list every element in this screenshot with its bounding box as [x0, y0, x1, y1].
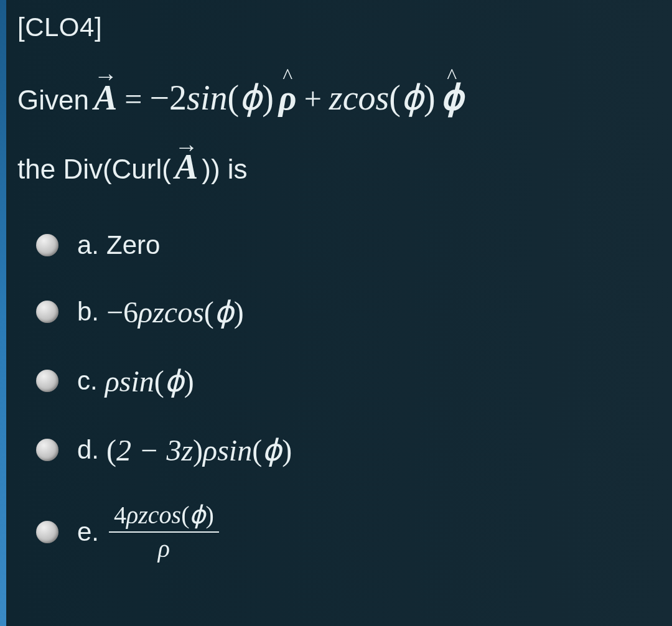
options-list: a. Zero b. −6ρzcos(ϕ) c. ρsin(ϕ) d. (2 −… — [36, 230, 653, 563]
arg: ϕ — [401, 78, 424, 117]
option-d[interactable]: d. (2 − 3z)ρsin(ϕ) — [36, 432, 653, 467]
vars: ρz — [126, 501, 148, 529]
option-letter: c. — [77, 366, 98, 396]
vector-arrow-icon: → — [94, 60, 118, 93]
radio-icon[interactable] — [36, 370, 58, 392]
var: z — [329, 78, 343, 117]
radio-icon[interactable] — [36, 521, 58, 543]
arg: ϕ — [189, 501, 205, 529]
vector-a: → A — [94, 73, 117, 122]
equals-sign: = — [124, 77, 142, 121]
radio-icon[interactable] — [36, 439, 58, 461]
coef: −6 — [106, 295, 138, 329]
hat-icon: ^ — [447, 61, 457, 91]
paren-inner: 2 − 3z — [116, 433, 193, 467]
radio-icon[interactable] — [36, 301, 58, 323]
phi-hat: ^ ϕ — [441, 73, 464, 122]
option-letter: a. — [77, 230, 99, 260]
fraction: 4ρzcos(ϕ) ρ — [109, 502, 219, 563]
question-line-2: the Div(Curl( → A )) is — [17, 147, 653, 187]
arg: ϕ — [164, 363, 184, 398]
term2: zcos(ϕ) — [329, 73, 436, 122]
option-c[interactable]: c. ρsin(ϕ) — [36, 363, 653, 398]
term1: −2sin(ϕ) — [150, 73, 274, 122]
option-letter: d. — [77, 435, 99, 465]
divcurl-prefix: the Div(Curl( — [17, 154, 171, 185]
option-letter: e. — [77, 517, 99, 547]
vars: ρ — [105, 364, 119, 398]
arg: ϕ — [239, 78, 262, 117]
question-line-1: Given → A = −2sin(ϕ) ^ ρ + zcos(ϕ) ^ ϕ — [17, 73, 653, 122]
option-e[interactable]: e. 4ρzcos(ϕ) ρ — [36, 502, 653, 563]
func: sin — [217, 433, 252, 467]
arg: ϕ — [214, 294, 234, 329]
func: cos — [148, 501, 181, 529]
given-text: Given — [17, 81, 89, 119]
vars: ρz — [138, 295, 164, 329]
option-label: d. (2 − 3z)ρsin(ϕ) — [77, 432, 292, 467]
hat-icon: ^ — [282, 61, 292, 91]
option-label: b. −6ρzcos(ϕ) — [77, 294, 244, 329]
vars: ρ — [203, 433, 217, 467]
option-text: Zero — [106, 230, 160, 260]
denominator: ρ — [158, 533, 170, 563]
option-math: −6ρzcos(ϕ) — [106, 294, 244, 329]
question-tag: [CLO4] — [17, 12, 653, 42]
vector-a-2: → A — [175, 147, 198, 187]
vector-arrow-icon: → — [175, 133, 198, 161]
option-label: c. ρsin(ϕ) — [77, 363, 194, 398]
option-math: (2 − 3z)ρsin(ϕ) — [106, 432, 292, 467]
radio-icon[interactable] — [36, 234, 58, 256]
rho-hat: ^ ρ — [279, 73, 297, 122]
option-b[interactable]: b. −6ρzcos(ϕ) — [36, 294, 653, 329]
func: cos — [343, 78, 390, 117]
coef: −2 — [150, 78, 187, 117]
func: sin — [119, 364, 154, 398]
option-math: ρsin(ϕ) — [105, 363, 194, 398]
option-label: a. Zero — [77, 230, 160, 260]
arg: ϕ — [262, 432, 282, 467]
divcurl-suffix: )) is — [202, 154, 247, 185]
option-label: e. 4ρzcos(ϕ) ρ — [77, 502, 219, 563]
numerator: 4ρzcos(ϕ) — [109, 502, 219, 533]
func: sin — [187, 78, 227, 117]
option-letter: b. — [77, 297, 99, 327]
coef: 4 — [114, 501, 126, 529]
plus-sign: + — [304, 77, 322, 121]
option-a[interactable]: a. Zero — [36, 230, 653, 260]
func: cos — [164, 295, 204, 329]
